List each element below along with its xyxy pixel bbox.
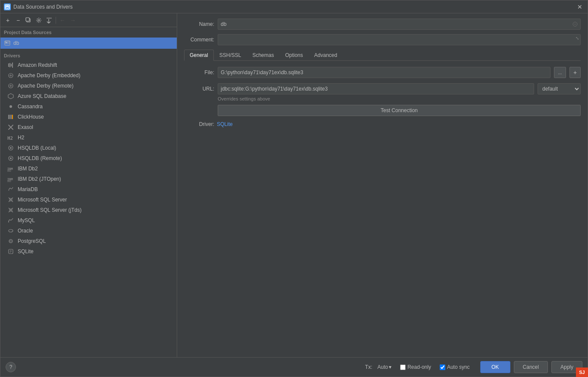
driver-amazon-redshift[interactable]: Amazon Redshift: [0, 60, 177, 70]
tab-ssh-ssl[interactable]: SSH/SSL: [214, 50, 247, 61]
svg-rect-19: [11, 115, 12, 119]
driver-azure-sql[interactable]: Azure SQL Database: [0, 91, 177, 101]
overrides-text: Overrides settings above: [218, 96, 581, 101]
apache-derby-embedded-icon: [7, 72, 14, 79]
svg-rect-17: [8, 115, 9, 119]
hsqldb-local-icon: [7, 145, 14, 151]
name-row: Name:: [184, 19, 581, 30]
tx-label: Tx:: [365, 364, 372, 370]
tab-bar: General SSH/SSL Schemas Options Advanced: [184, 50, 581, 61]
tab-schemas[interactable]: Schemas: [247, 50, 279, 61]
copy-button[interactable]: [24, 16, 33, 25]
add-button[interactable]: +: [3, 16, 13, 25]
driver-postgresql[interactable]: PostgreSQL: [0, 236, 177, 246]
sqlite-label: SQLite: [18, 248, 34, 254]
window-title: Data Sources and Drivers: [13, 4, 575, 10]
sqlite-icon: [7, 248, 14, 255]
file-input[interactable]: [218, 67, 550, 78]
left-toolbar: + −: [0, 13, 177, 27]
tx-dropdown[interactable]: Auto ▾: [378, 364, 392, 370]
driver-apache-derby-remote[interactable]: Apache Derby (Remote): [0, 81, 177, 91]
driver-row: Driver: SQLite: [184, 121, 581, 127]
driver-mysql[interactable]: MySQL: [0, 215, 177, 226]
svg-rect-13: [11, 64, 12, 66]
driver-link[interactable]: SQLite: [217, 121, 233, 127]
svg-point-16: [9, 105, 12, 108]
test-connection-button[interactable]: Test Connection: [218, 105, 581, 116]
file-browse-button[interactable]: ...: [554, 67, 566, 78]
autosync-checkbox[interactable]: [440, 364, 445, 370]
db-source-label: db: [13, 40, 19, 46]
tab-advanced[interactable]: Advanced: [309, 50, 343, 61]
readonly-label[interactable]: Read-only: [407, 364, 431, 370]
svg-rect-14: [12, 63, 13, 68]
ibm-db2-jtopen-label: IBM Db2 (JTOpen): [18, 176, 61, 182]
autosync-group: Auto sync: [440, 364, 470, 370]
readonly-group: Read-only: [400, 364, 431, 370]
svg-point-25: [10, 157, 12, 159]
file-add-button[interactable]: +: [569, 67, 581, 78]
azure-sql-label: Azure SQL Database: [18, 93, 66, 99]
driver-exasol[interactable]: Exasol: [0, 122, 177, 132]
drivers-section: Drivers Amazon Redshift: [0, 50, 177, 257]
comment-expand-icon[interactable]: ⤡: [575, 36, 579, 41]
driver-hsqldb-remote[interactable]: HSQLDB (Remote): [0, 153, 177, 163]
autosync-label[interactable]: Auto sync: [447, 364, 470, 370]
name-clear-icon[interactable]: [571, 20, 579, 28]
driver-mssql[interactable]: Microsoft SQL Server: [0, 195, 177, 205]
help-button[interactable]: ?: [6, 362, 16, 372]
svg-rect-20: [12, 115, 13, 119]
name-input-wrapper: [218, 19, 581, 30]
close-button[interactable]: ✕: [575, 3, 584, 11]
remove-button[interactable]: −: [13, 16, 23, 25]
name-input[interactable]: [218, 19, 581, 30]
import-button[interactable]: [44, 16, 54, 25]
url-row: URL: default custom: [184, 83, 581, 94]
cancel-button[interactable]: Cancel: [514, 361, 548, 373]
ibm-db2-jtopen-icon: IBM DB2: [7, 176, 14, 182]
comment-input[interactable]: [218, 34, 581, 45]
svg-text:DB2: DB2: [7, 170, 11, 172]
mariadb-icon: [7, 186, 14, 193]
oracle-label: Oracle: [18, 228, 33, 234]
driver-mssql-jtds[interactable]: Microsoft SQL Server (jTds): [0, 205, 177, 215]
db-source-icon: [4, 40, 11, 47]
tab-general[interactable]: General: [184, 50, 214, 61]
driver-cassandra[interactable]: Cassandra: [0, 101, 177, 112]
settings-button[interactable]: [34, 16, 44, 25]
window-icon: [4, 3, 11, 10]
tab-options[interactable]: Options: [279, 50, 308, 61]
back-button[interactable]: ←: [58, 16, 67, 25]
apache-derby-embedded-label: Apache Derby (Embedded): [18, 72, 80, 79]
driver-ibm-db2-jtopen[interactable]: IBM DB2 IBM Db2 (JTOpen): [0, 174, 177, 184]
project-sources-label: Project Data Sources: [0, 27, 177, 38]
readonly-checkbox[interactable]: [400, 364, 406, 370]
bottom-buttons: OK Cancel Apply: [480, 361, 582, 373]
url-dropdown[interactable]: default custom: [538, 83, 581, 94]
driver-hsqldb-local[interactable]: HSQLDB (Local): [0, 143, 177, 153]
driver-sqlite[interactable]: SQLite: [0, 246, 177, 257]
forward-button[interactable]: →: [68, 16, 78, 25]
apache-derby-remote-icon: [7, 82, 14, 89]
driver-h2[interactable]: H2 H2: [0, 132, 177, 143]
clickhouse-icon: [7, 113, 14, 120]
driver-mariadb[interactable]: MariaDB: [0, 184, 177, 195]
left-scroll-area[interactable]: Project Data Sources db: [0, 27, 177, 357]
driver-ibm-db2[interactable]: IBM DB2 IBM Db2: [0, 163, 177, 174]
driver-apache-derby-embedded[interactable]: Apache Derby (Embedded): [0, 70, 177, 81]
svg-point-5: [38, 19, 40, 21]
svg-marker-15: [8, 94, 13, 99]
ibm-db2-label: IBM Db2: [18, 166, 38, 172]
ok-button[interactable]: OK: [480, 361, 510, 373]
exasol-icon: [7, 124, 14, 131]
url-input[interactable]: [218, 83, 534, 94]
hsqldb-remote-label: HSQLDB (Remote): [18, 155, 62, 161]
h2-label: H2: [18, 135, 24, 141]
clickhouse-label: ClickHouse: [18, 114, 44, 120]
db-source-item[interactable]: db: [0, 38, 177, 49]
postgresql-label: PostgreSQL: [18, 238, 46, 244]
main-content: + −: [0, 13, 588, 357]
driver-clickhouse[interactable]: ClickHouse: [0, 112, 177, 122]
driver-oracle[interactable]: Oracle: [0, 226, 177, 236]
url-label: URL:: [184, 86, 214, 92]
